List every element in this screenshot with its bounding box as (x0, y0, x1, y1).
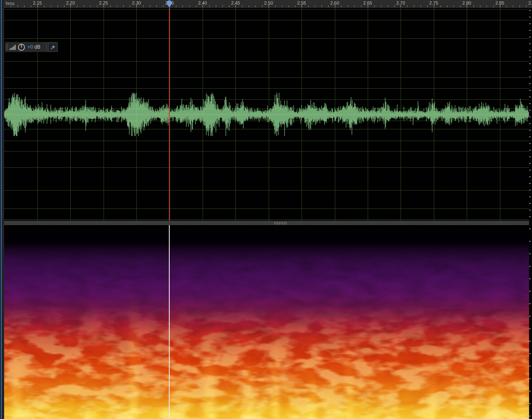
ruler-tick (11, 5, 11, 7)
ruler-tick (143, 5, 144, 7)
spectrogram-bottom-glow (4, 402, 529, 419)
ruler-time-label: 2.40 (198, 0, 207, 5)
ruler-tick (209, 5, 210, 7)
gain-hud[interactable]: +0dB (5, 42, 58, 52)
ruler-tick (17, 5, 18, 7)
ruler-tick (77, 5, 77, 7)
level-bars-icon (10, 45, 16, 50)
ruler-time-label: 2.75 (429, 0, 438, 5)
waveform-trace (4, 8, 529, 221)
ruler-time-label: 2.30 (132, 0, 141, 5)
ruler-tick (427, 5, 428, 7)
ruler-tick (407, 5, 408, 7)
ruler-tick (176, 5, 176, 7)
ruler-tick (223, 5, 223, 7)
ruler-tick (447, 5, 448, 7)
ruler-time-label: 2.65 (363, 0, 372, 5)
audio-editor-workspace: hms 2.152.202.252.302.352.402.452.502.55… (0, 0, 532, 419)
ruler-tick (295, 5, 295, 7)
ruler-tick (275, 5, 276, 7)
ruler-tick (64, 5, 64, 7)
ruler-tick (242, 5, 242, 7)
amplitude-ruler-strip[interactable] (529, 8, 532, 419)
amplitude-ruler-ticks (529, 10, 531, 221)
ruler-tick (97, 5, 97, 7)
ruler-tick (513, 5, 513, 7)
ruler-tick (229, 5, 230, 7)
ruler-tick (130, 5, 130, 7)
ruler-tick (460, 5, 460, 7)
gain-knob-icon[interactable] (17, 43, 25, 51)
gain-value: +0 (27, 44, 33, 50)
gain-readout[interactable]: +0dB (27, 44, 40, 50)
ruler-tick (480, 5, 480, 7)
ruler-tick (388, 5, 388, 7)
ruler-tick (262, 5, 262, 7)
ruler-time-label: 2.55 (297, 0, 306, 5)
ruler-tick (150, 5, 150, 7)
left-dock-accent-line (1, 0, 2, 419)
left-dock-strip (0, 0, 4, 419)
ruler-tick (473, 5, 474, 7)
waveform-view[interactable]: +0dB (4, 8, 529, 221)
ruler-tick (44, 5, 45, 7)
ruler-tick (421, 5, 421, 7)
ruler-time-label: 2.70 (396, 0, 405, 5)
ruler-tick (117, 5, 117, 7)
ruler-tick (249, 5, 249, 7)
ruler-tick (414, 5, 414, 7)
hud-pin-button[interactable] (48, 43, 57, 52)
ruler-time-label: 2.85 (495, 0, 504, 5)
ruler-tick (506, 5, 507, 7)
ruler-time-label: 2.45 (231, 0, 240, 5)
ruler-time-label: 2.20 (66, 0, 75, 5)
left-dock-edge (0, 0, 0, 419)
ruler-time-label: 2.15 (33, 0, 42, 5)
ruler-unit-label: hms (6, 1, 15, 6)
ruler-tick (487, 5, 487, 7)
frequency-ruler-ticks (529, 228, 531, 419)
ruler-tick (189, 5, 190, 7)
ruler-tick (24, 5, 25, 7)
ruler-tick (90, 5, 91, 7)
ruler-tick (57, 5, 58, 7)
timeline-ruler[interactable]: hms 2.152.202.252.302.352.402.452.502.55… (4, 0, 532, 8)
ruler-tick (348, 5, 348, 7)
ruler-tick (526, 5, 527, 7)
playhead-marker[interactable] (166, 0, 172, 7)
ruler-tick (381, 5, 381, 7)
ruler-tick (282, 5, 282, 7)
spectrogram-view[interactable] (4, 225, 529, 419)
ruler-tick (341, 5, 341, 7)
ruler-tick (354, 5, 355, 7)
ruler-tick (123, 5, 124, 7)
ruler-tick (361, 5, 361, 7)
ruler-tick (328, 5, 329, 7)
ruler-tick (51, 5, 51, 7)
ruler-tick (163, 5, 163, 7)
ruler-time-label: 2.50 (264, 0, 273, 5)
ruler-tick (520, 5, 520, 7)
ruler-tick (288, 5, 289, 7)
ruler-tick (216, 5, 216, 7)
ruler-tick (110, 5, 111, 7)
ruler-tick (308, 5, 309, 7)
ruler-tick (453, 5, 454, 7)
ruler-tick (322, 5, 322, 7)
hud-drag-grip[interactable] (6, 44, 8, 50)
ruler-tick (84, 5, 84, 7)
ruler-tick (183, 5, 183, 7)
playhead-line-waveform[interactable] (169, 8, 170, 221)
ruler-tick (440, 5, 441, 7)
ruler-tick (156, 5, 157, 7)
hud-separator (46, 43, 47, 51)
ruler-tick (255, 5, 256, 7)
ruler-time-label: 2.60 (330, 0, 339, 5)
gain-unit: dB (35, 44, 41, 50)
ruler-tick (493, 5, 494, 7)
splitter-grip[interactable] (274, 222, 287, 225)
ruler-time-label: 2.80 (462, 0, 471, 5)
pin-icon (50, 45, 56, 50)
ruler-time-label: 2.90 (528, 0, 532, 5)
playhead-line-spectrogram[interactable] (169, 225, 170, 419)
